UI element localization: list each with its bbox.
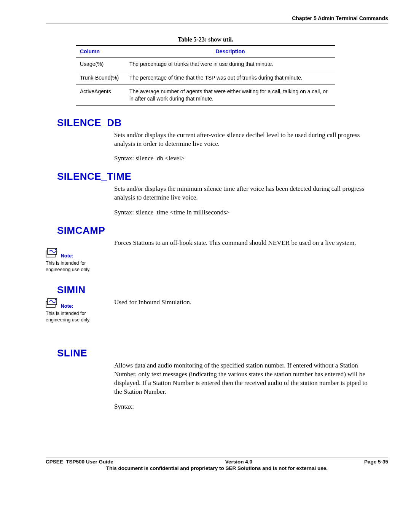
paragraph: Sets and/or displays the current after-v… bbox=[114, 131, 373, 149]
cell-description: The percentage of time that the TSP was … bbox=[126, 71, 335, 85]
heading-silence-db: SILENCE_DB bbox=[57, 117, 388, 129]
note-icon bbox=[46, 248, 59, 259]
note-icon bbox=[46, 298, 59, 310]
note-label: Note: bbox=[61, 303, 73, 309]
cell-description: The average number of agents that were e… bbox=[126, 85, 335, 105]
svg-point-5 bbox=[55, 299, 56, 300]
table-row: Trunk-Bound(%) The percentage of time th… bbox=[76, 71, 335, 85]
table-header-column: Column bbox=[76, 46, 126, 57]
note-label: Note: bbox=[61, 253, 73, 259]
cell-column: ActiveAgents bbox=[76, 85, 126, 105]
heading-simin: SIMIN bbox=[57, 284, 388, 296]
note-simcamp: Note: This is intended for engineering u… bbox=[46, 248, 110, 273]
syntax-line: Syntax: bbox=[114, 403, 373, 411]
show-util-table: Column Description Usage(%) The percenta… bbox=[76, 45, 335, 106]
heading-silence-time: SILENCE_TIME bbox=[57, 171, 388, 182]
syntax-line: Syntax: silence_time <time in millisecon… bbox=[114, 208, 373, 217]
cell-column: Usage(%) bbox=[76, 57, 126, 71]
paragraph: Forces Stations to an off-hook state. Th… bbox=[114, 239, 373, 248]
page-header: Chapter 5 Admin Terminal Commands bbox=[46, 15, 388, 24]
footer-bottom: This document is confidential and propri… bbox=[46, 465, 388, 471]
svg-point-2 bbox=[55, 249, 56, 250]
cell-column: Trunk-Bound(%) bbox=[76, 71, 126, 85]
table-header-description: Description bbox=[126, 46, 335, 57]
footer-center: Version 4.0 bbox=[225, 459, 252, 465]
cell-description: The percentage of trunks that were in us… bbox=[126, 57, 335, 71]
paragraph: Used for Inbound Simulation. bbox=[114, 298, 373, 307]
chapter-title: Chapter 5 Admin Terminal Commands bbox=[292, 15, 388, 21]
table-row: ActiveAgents The average number of agent… bbox=[76, 85, 335, 105]
footer-right: Page 5-35 bbox=[364, 459, 388, 465]
note-text: This is intended for engineering use onl… bbox=[46, 260, 110, 273]
note-text: This is intended for engineering use onl… bbox=[46, 310, 110, 323]
table-caption: Table 5-23: show util. bbox=[23, 36, 388, 43]
syntax-line: Syntax: silence_db <level> bbox=[114, 154, 373, 163]
note-simin: Note: This is intended for engineering u… bbox=[46, 298, 110, 323]
page-footer: CPSEE_TSP500 User Guide Version 4.0 Page… bbox=[46, 457, 388, 471]
heading-sline: SLINE bbox=[57, 347, 388, 359]
table-row: Usage(%) The percentage of trunks that w… bbox=[76, 57, 335, 71]
paragraph: Sets and/or displays the minimum silence… bbox=[114, 185, 373, 202]
footer-left: CPSEE_TSP500 User Guide bbox=[46, 459, 113, 465]
heading-simcamp: SIMCAMP bbox=[57, 225, 388, 236]
paragraph: Allows data and audio monitoring of the … bbox=[114, 361, 373, 396]
